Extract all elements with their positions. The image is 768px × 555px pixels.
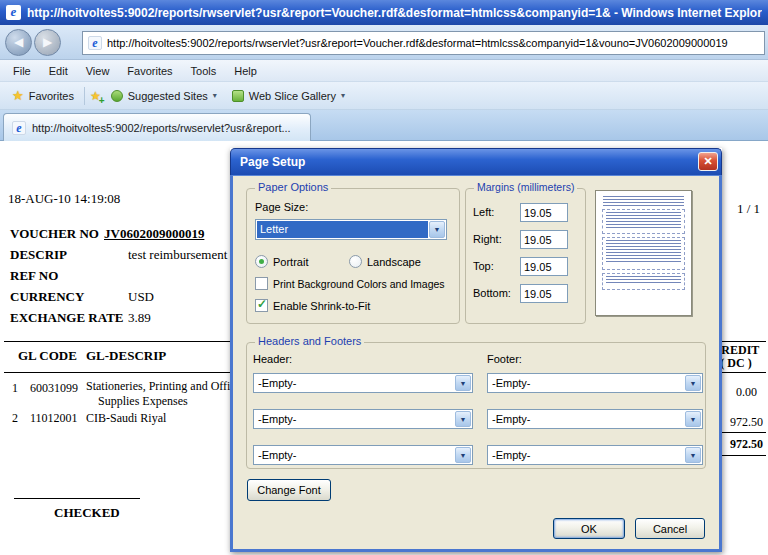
favorites-button[interactable]: ★ Favorites bbox=[7, 85, 79, 106]
margin-top-input[interactable] bbox=[520, 257, 568, 276]
preview-text-lines bbox=[606, 276, 681, 284]
separator bbox=[84, 87, 85, 105]
total-bottom-rule bbox=[722, 455, 766, 456]
dialog-titlebar[interactable]: Page Setup bbox=[230, 148, 722, 175]
menu-file[interactable]: File bbox=[4, 62, 40, 80]
page-size-label: Page Size: bbox=[255, 201, 308, 213]
menu-tools[interactable]: Tools bbox=[182, 62, 226, 80]
shrink-to-fit-checkbox[interactable]: ✓ bbox=[255, 299, 268, 312]
header-value-1: -Empty- bbox=[255, 375, 454, 391]
total-top-rule bbox=[722, 432, 766, 433]
print-preview-thumbnail bbox=[595, 190, 692, 316]
dialog-body: Paper Options Page Size: Letter ▼ Portra… bbox=[230, 175, 722, 552]
footer-select-3[interactable]: -Empty- ▼ bbox=[487, 445, 703, 465]
landscape-radio[interactable] bbox=[349, 255, 362, 268]
menu-help[interactable]: Help bbox=[225, 62, 266, 80]
window-titlebar[interactable]: e http://hoitvoltes5:9002/reports/rwserv… bbox=[0, 0, 768, 25]
footer-select-1[interactable]: -Empty- ▼ bbox=[487, 373, 703, 393]
dropdown-arrow-icon[interactable]: ▼ bbox=[685, 411, 701, 427]
page-indicator: 1 / 1 bbox=[737, 201, 760, 217]
row1-amount: 0.00 bbox=[736, 385, 757, 400]
add-favorite-icon[interactable]: ★ + bbox=[90, 89, 101, 103]
suggested-sites-label: Suggested Sites bbox=[128, 90, 208, 102]
address-input[interactable] bbox=[107, 37, 759, 49]
address-bar[interactable]: e bbox=[82, 31, 765, 55]
cancel-button[interactable]: Cancel bbox=[635, 518, 705, 539]
portrait-radio[interactable] bbox=[255, 255, 268, 268]
page-setup-dialog: Page Setup ✕ Paper Options Page Size: Le… bbox=[230, 148, 722, 552]
checked-label: CHECKED bbox=[54, 505, 120, 521]
page-icon: e bbox=[88, 36, 102, 50]
ie-favicon-icon: e bbox=[6, 5, 21, 20]
tab-title: http://hoitvoltes5:9002/reports/rwservle… bbox=[32, 122, 291, 134]
checked-signature-rule bbox=[14, 498, 140, 499]
header-value-3: -Empty- bbox=[255, 447, 454, 463]
footer-label: Footer: bbox=[487, 353, 522, 365]
descrip-value: test reimbursement bbox=[128, 247, 227, 263]
margin-right-input[interactable] bbox=[520, 230, 568, 249]
menu-favorites[interactable]: Favorites bbox=[118, 62, 181, 80]
field-label-voucher-no: VOUCHER NO bbox=[10, 226, 99, 242]
plus-icon: + bbox=[99, 95, 105, 106]
preview-dashed-box bbox=[602, 237, 685, 270]
margins-legend: Margins (millimeters) bbox=[474, 181, 577, 193]
tab-bar: e http://hoitvoltes5:9002/reports/rwserv… bbox=[0, 110, 768, 141]
field-label-currency: CURRENCY bbox=[10, 289, 84, 305]
tab-favicon-icon: e bbox=[12, 121, 26, 135]
row1-descrip-line1: Stationeries, Printing and Offic bbox=[86, 379, 236, 394]
dropdown-arrow-icon[interactable]: ▼ bbox=[455, 447, 471, 463]
forward-button[interactable]: ▶ bbox=[34, 29, 61, 56]
total-amount: 972.50 bbox=[730, 437, 763, 452]
chevron-down-icon: ▾ bbox=[341, 91, 345, 100]
web-slice-gallery-button[interactable]: Web Slice Gallery ▾ bbox=[227, 87, 350, 105]
change-font-button[interactable]: Change Font bbox=[247, 479, 331, 501]
col-header-gl-descrip: GL-DESCRIP bbox=[86, 348, 166, 364]
field-label-exchange-rate: EXCHANGE RATE bbox=[10, 310, 124, 326]
dialog-title: Page Setup bbox=[240, 155, 305, 169]
paper-options-legend: Paper Options bbox=[255, 181, 331, 193]
dropdown-arrow-icon[interactable]: ▼ bbox=[685, 375, 701, 391]
margin-right-label: Right: bbox=[473, 233, 502, 245]
field-label-descrip: DESCRIP bbox=[10, 247, 67, 263]
ok-button[interactable]: OK bbox=[553, 518, 625, 539]
menu-view[interactable]: View bbox=[77, 62, 119, 80]
header-select-3[interactable]: -Empty- ▼ bbox=[253, 445, 473, 465]
shrink-to-fit-label: Enable Shrink-to-Fit bbox=[273, 300, 370, 312]
page-size-select[interactable]: Letter ▼ bbox=[255, 219, 447, 240]
header-select-1[interactable]: -Empty- ▼ bbox=[253, 373, 473, 393]
close-icon[interactable]: ✕ bbox=[698, 152, 718, 171]
margin-bottom-input[interactable] bbox=[520, 284, 568, 303]
row2-gl-code: 11012001 bbox=[30, 411, 78, 426]
suggested-sites-button[interactable]: Suggested Sites ▾ bbox=[106, 87, 222, 105]
paper-options-group: Paper Options Page Size: Letter ▼ Portra… bbox=[246, 188, 460, 324]
exchange-rate-value: 3.89 bbox=[128, 310, 151, 326]
active-tab[interactable]: e http://hoitvoltes5:9002/reports/rwserv… bbox=[3, 113, 311, 141]
row2-descrip-line1: CIB-Saudi Riyal bbox=[86, 411, 166, 426]
header-select-2[interactable]: -Empty- ▼ bbox=[253, 409, 473, 429]
back-button[interactable]: ◀ bbox=[5, 29, 32, 56]
margin-left-input[interactable] bbox=[520, 203, 568, 222]
preview-text-lines bbox=[603, 196, 684, 206]
row2-num: 2 bbox=[12, 411, 18, 426]
window-title: http://hoitvoltes5:9002/reports/rwservle… bbox=[27, 6, 762, 20]
preview-dashed-box bbox=[602, 209, 685, 234]
print-background-checkbox[interactable] bbox=[255, 277, 268, 290]
preview-text-lines bbox=[606, 212, 681, 228]
portrait-label: Portrait bbox=[273, 256, 308, 268]
margin-left-label: Left: bbox=[473, 206, 494, 218]
menu-edit[interactable]: Edit bbox=[40, 62, 77, 80]
dropdown-arrow-icon[interactable]: ▼ bbox=[429, 221, 445, 238]
row2-amount: 972.50 bbox=[730, 415, 763, 430]
header-label: Header: bbox=[253, 353, 292, 365]
row1-num: 1 bbox=[12, 381, 18, 396]
dropdown-arrow-icon[interactable]: ▼ bbox=[685, 447, 701, 463]
landscape-label: Landscape bbox=[367, 256, 421, 268]
row1-descrip-line2: Supplies Expenses bbox=[98, 394, 188, 409]
suggested-sites-icon bbox=[111, 90, 123, 102]
dropdown-arrow-icon[interactable]: ▼ bbox=[455, 375, 471, 391]
footer-select-2[interactable]: -Empty- ▼ bbox=[487, 409, 703, 429]
dropdown-arrow-icon[interactable]: ▼ bbox=[455, 411, 471, 427]
footer-value-3: -Empty- bbox=[489, 447, 684, 463]
web-slice-icon bbox=[232, 90, 244, 102]
menu-bar: File Edit View Favorites Tools Help bbox=[0, 60, 768, 82]
